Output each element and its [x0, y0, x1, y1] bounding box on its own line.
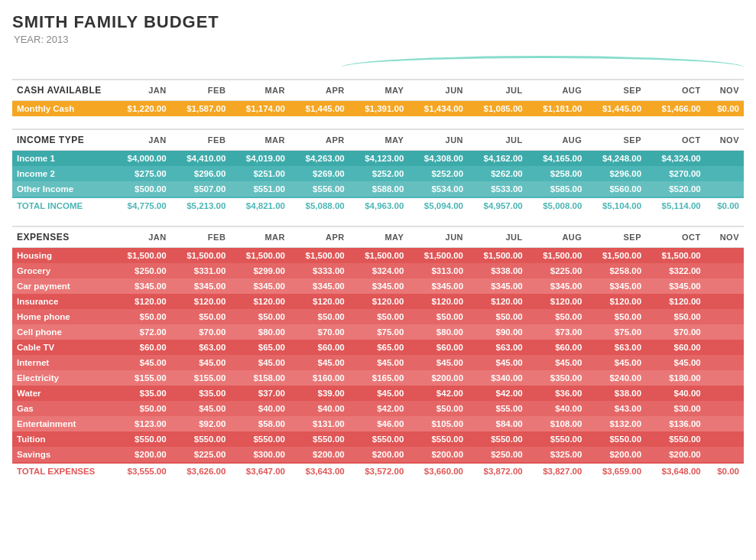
expense-cell-9: $200.00 [646, 447, 706, 463]
total-expenses-cell-2: $3,647.00 [230, 463, 290, 479]
income-cell-9: $270.00 [646, 166, 706, 181]
cash-col-feb: FEB [171, 80, 231, 101]
income-cell-2: $551.00 [230, 181, 290, 197]
expense-cell-10 [706, 447, 744, 463]
expense-cell-0: $550.00 [112, 431, 171, 447]
total-income-cell-7: $5,008.00 [527, 197, 587, 213]
expense-cell-4: $75.00 [349, 324, 409, 340]
expense-cell-7: $225.00 [527, 263, 587, 278]
expense-cell-9: $1,500.00 [646, 248, 706, 264]
expense-cell-8: $1,500.00 [586, 248, 646, 264]
expense-cell-6: $55.00 [468, 401, 527, 416]
total-income-cell-6: $4,957.00 [468, 197, 527, 213]
expense-cell-2: $1,500.00 [230, 248, 290, 264]
cash-col-sep: SEP [586, 80, 646, 101]
expense-cell-8: $120.00 [586, 294, 646, 309]
expense-row-1: Grocery$250.00$331.00$299.00$333.00$324.… [12, 263, 744, 278]
income-row-label: Income 1 [12, 151, 112, 167]
cash-col-may: MAY [349, 80, 409, 101]
expense-cell-9: $50.00 [646, 309, 706, 324]
cash-cell-4: $1,391.00 [349, 101, 409, 117]
income-cell-5: $4,308.00 [408, 151, 468, 167]
cash-cell-5: $1,434.00 [408, 101, 468, 117]
expenses-col-nov: NOV [706, 226, 744, 248]
cash-col-oct: OCT [646, 80, 706, 101]
expense-cell-6: $250.00 [468, 447, 527, 463]
expense-cell-1: $331.00 [171, 263, 231, 278]
income-cell-0: $4,000.00 [112, 151, 171, 167]
income-table: INCOME TYPE JAN FEB MAR APR MAY JUN JUL … [12, 129, 744, 213]
income-col-feb: FEB [171, 129, 231, 151]
expense-row-label: Grocery [12, 263, 112, 278]
expense-cell-2: $58.00 [230, 416, 290, 431]
income-row-2: Other Income$500.00$507.00$551.00$556.00… [12, 181, 744, 197]
expense-cell-2: $50.00 [230, 309, 290, 324]
expense-cell-0: $45.00 [112, 355, 171, 370]
income-cell-4: $588.00 [349, 181, 409, 197]
expense-cell-3: $550.00 [290, 431, 349, 447]
total-income-cell-4: $4,963.00 [349, 197, 409, 213]
total-expenses-cell-8: $3,659.00 [586, 463, 646, 479]
total-income-label: TOTAL INCOME [12, 197, 112, 213]
expenses-col-feb: FEB [171, 226, 231, 248]
expense-cell-9: $60.00 [646, 340, 706, 355]
expense-cell-4: $45.00 [349, 355, 409, 370]
expenses-col-jan: JAN [112, 226, 171, 248]
expense-cell-9: $136.00 [646, 416, 706, 431]
expense-cell-4: $120.00 [349, 294, 409, 309]
expense-cell-8: $550.00 [586, 431, 646, 447]
income-cell-1: $4,410.00 [171, 151, 231, 167]
expense-cell-5: $50.00 [408, 401, 468, 416]
expense-cell-5: $200.00 [408, 370, 468, 386]
expense-cell-10 [706, 355, 744, 370]
expense-cell-3: $50.00 [290, 309, 349, 324]
expense-cell-7: $108.00 [527, 416, 587, 431]
income-cell-10 [706, 181, 744, 197]
cash-row-label: Monthly Cash [12, 101, 112, 117]
expense-row-10: Gas$50.00$45.00$40.00$40.00$42.00$50.00$… [12, 401, 744, 416]
expense-cell-6: $63.00 [468, 340, 527, 355]
expense-cell-0: $123.00 [112, 416, 171, 431]
income-cell-8: $4,248.00 [586, 151, 646, 167]
expenses-table: EXPENSES JAN FEB MAR APR MAY JUN JUL AUG… [12, 226, 744, 479]
total-income-cell-1: $5,213.00 [171, 197, 231, 213]
expense-cell-2: $158.00 [230, 370, 290, 386]
expense-cell-8: $258.00 [586, 263, 646, 278]
income-row-0: Income 1$4,000.00$4,410.00$4,019.00$4,26… [12, 151, 744, 167]
expense-cell-1: $345.00 [171, 278, 231, 294]
income-cell-2: $251.00 [230, 166, 290, 181]
expense-cell-5: $60.00 [408, 340, 468, 355]
expense-cell-10 [706, 416, 744, 431]
expenses-header-row: EXPENSES JAN FEB MAR APR MAY JUN JUL AUG… [12, 226, 744, 248]
expense-cell-3: $131.00 [290, 416, 349, 431]
income-col-mar: MAR [230, 129, 290, 151]
expense-cell-1: $63.00 [171, 340, 231, 355]
income-cell-6: $262.00 [468, 166, 527, 181]
income-cell-2: $4,019.00 [230, 151, 290, 167]
income-section-label: INCOME TYPE [12, 129, 112, 151]
cash-section-label: CASH AVAILABLE [12, 80, 112, 101]
cash-body: Monthly Cash$1,220.00$1,587.00$1,174.00$… [12, 101, 744, 117]
expense-cell-6: $90.00 [468, 324, 527, 340]
total-expenses-cell-9: $3,648.00 [646, 463, 706, 479]
total-income-cell-9: $5,114.00 [646, 197, 706, 213]
expense-row-label: Savings [12, 447, 112, 463]
cash-available-table: CASH AVAILABLE JAN FEB MAR APR MAY JUN J… [12, 79, 744, 116]
expense-row-11: Entertainment$123.00$92.00$58.00$131.00$… [12, 416, 744, 431]
expense-cell-6: $45.00 [468, 355, 527, 370]
expense-cell-6: $550.00 [468, 431, 527, 447]
expense-cell-5: $345.00 [408, 278, 468, 294]
expense-cell-1: $120.00 [171, 294, 231, 309]
income-header-row: INCOME TYPE JAN FEB MAR APR MAY JUN JUL … [12, 129, 744, 151]
expense-cell-9: $45.00 [646, 355, 706, 370]
expense-cell-7: $120.00 [527, 294, 587, 309]
cash-cell-10: $0.00 [706, 101, 744, 117]
income-cell-6: $533.00 [468, 181, 527, 197]
income-row-label: Other Income [12, 181, 112, 197]
expense-cell-6: $120.00 [468, 294, 527, 309]
income-cell-10 [706, 151, 744, 167]
income-cell-10 [706, 166, 744, 181]
expense-cell-4: $42.00 [349, 401, 409, 416]
income-cell-7: $585.00 [527, 181, 587, 197]
expense-cell-0: $155.00 [112, 370, 171, 386]
